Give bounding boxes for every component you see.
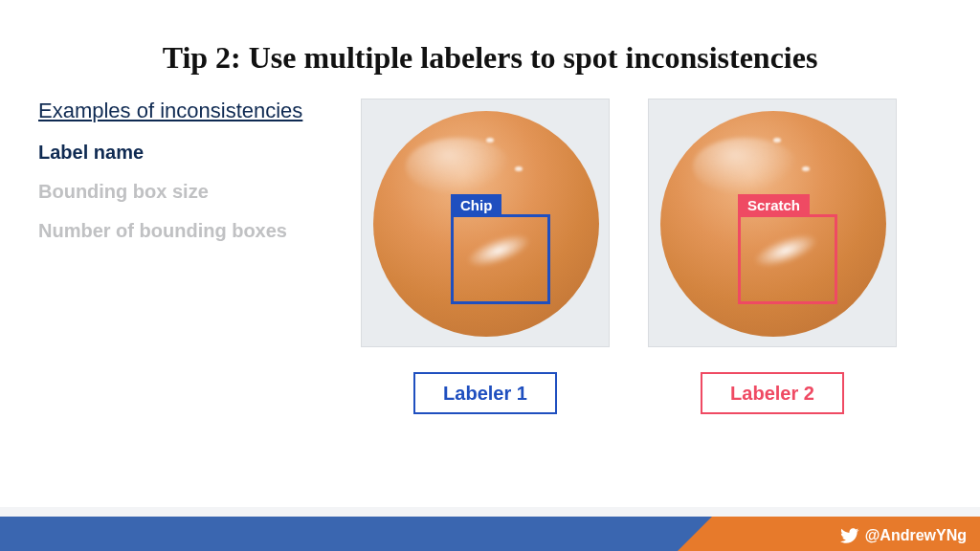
left-column: Examples of inconsistencies Label name B… (38, 99, 316, 258)
bounding-box-scratch: Scratch (738, 214, 837, 304)
bbox-label-scratch: Scratch (738, 194, 810, 217)
twitter-handle: @AndrewYNg (840, 526, 967, 545)
bullet-label-name: Label name (38, 141, 316, 165)
caption-labeler-2: Labeler 2 (701, 372, 844, 414)
panel-labeler-2: Scratch Labeler 2 (648, 99, 897, 414)
image-panels: Chip Labeler 1 Scratch Labeler 2 (316, 99, 942, 414)
speck (802, 166, 810, 171)
bullet-bbox-size: Bounding box size (38, 180, 316, 204)
caption-labeler-1: Labeler 1 (413, 372, 557, 414)
footer-grey-strip (0, 507, 980, 517)
speck (486, 138, 494, 143)
slide-footer: @AndrewYNg (0, 517, 980, 551)
twitter-handle-text: @AndrewYNg (865, 527, 967, 544)
bullet-num-bboxes: Number of bounding boxes (38, 219, 316, 243)
slide-title: Tip 2: Use multiple labelers to spot inc… (0, 0, 980, 76)
photo-labeler-2: Scratch (648, 99, 897, 347)
speck (515, 166, 523, 171)
slide-body: Examples of inconsistencies Label name B… (0, 76, 980, 414)
photo-labeler-1: Chip (361, 99, 610, 347)
twitter-bird-icon (840, 526, 859, 545)
bbox-label-chip: Chip (451, 194, 501, 217)
speck (773, 138, 781, 143)
panel-labeler-1: Chip Labeler 1 (361, 99, 610, 414)
examples-heading: Examples of inconsistencies (38, 99, 316, 123)
bounding-box-chip: Chip (451, 214, 550, 304)
